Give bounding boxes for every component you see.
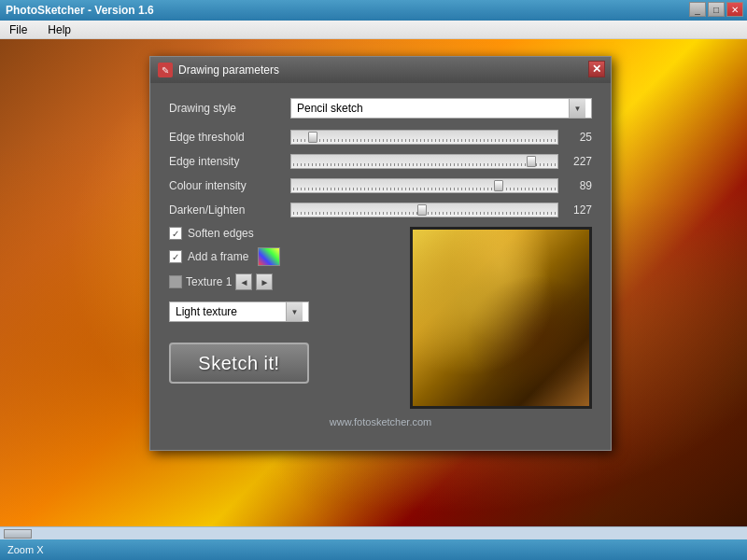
dialog-close-button[interactable]: ✕ [588, 61, 605, 77]
darken-lighten-value: 127 [558, 203, 592, 217]
frame-color-button[interactable] [258, 247, 280, 266]
texture-dropdown[interactable]: Light texture ▼ [169, 301, 309, 322]
colour-intensity-slider[interactable] [290, 178, 558, 193]
left-controls: ✓ Soften edges ✓ Add a frame Texture 1 ◄… [169, 227, 399, 409]
edge-threshold-slider[interactable] [290, 130, 558, 145]
bottom-area: ✓ Soften edges ✓ Add a frame Texture 1 ◄… [169, 227, 592, 409]
maximize-button[interactable]: □ [708, 2, 725, 17]
edge-threshold-label: Edge threshold [169, 131, 290, 144]
colour-intensity-thumb[interactable] [494, 180, 503, 191]
drawing-style-arrow[interactable]: ▼ [569, 99, 585, 118]
add-frame-checkbox[interactable]: ✓ [169, 250, 182, 263]
menu-file[interactable]: File [4, 21, 33, 38]
texture1-row: Texture 1 ◄ ► [169, 273, 399, 290]
minimize-button[interactable]: _ [689, 2, 706, 17]
menu-help[interactable]: Help [42, 21, 77, 38]
edge-intensity-label: Edge intensity [169, 155, 290, 168]
edge-intensity-thumb[interactable] [527, 156, 536, 167]
edge-intensity-slider[interactable] [290, 154, 558, 169]
horizontal-scrollbar[interactable] [0, 526, 747, 539]
colour-intensity-row: Colour intensity 89 [169, 178, 592, 193]
darken-lighten-label: Darken/Lighten [169, 203, 290, 217]
texture-dropdown-arrow[interactable]: ▼ [286, 302, 303, 321]
soften-edges-row: ✓ Soften edges [169, 227, 399, 240]
sketch-it-button[interactable]: Sketch it! [169, 343, 309, 384]
texture-dropdown-value: Light texture [176, 305, 286, 318]
preview-image [410, 227, 592, 409]
darken-lighten-row: Darken/Lighten 127 [169, 203, 592, 217]
dialog-footer: www.fotosketcher.com [169, 409, 592, 437]
drawing-style-value: Pencil sketch [297, 102, 569, 115]
dialog-icon: ✎ [158, 63, 173, 77]
darken-lighten-slider[interactable] [290, 203, 558, 217]
slider-dots [293, 163, 556, 166]
close-button[interactable]: ✕ [726, 2, 743, 17]
colour-intensity-value: 89 [558, 179, 592, 192]
title-controls: _ □ ✕ [689, 2, 743, 17]
zoom-label: Zoom X [7, 544, 44, 555]
add-frame-row: ✓ Add a frame [169, 247, 399, 266]
soften-edges-checkbox[interactable]: ✓ [169, 227, 182, 240]
edge-threshold-row: Edge threshold 25 [169, 130, 592, 145]
preview-container [410, 227, 592, 409]
texture-prev-button[interactable]: ◄ [235, 273, 252, 290]
title-bar: PhotoSketcher - Version 1.6 _ □ ✕ [0, 0, 747, 21]
footer-url: www.fotosketcher.com [330, 416, 431, 427]
texture-next-button[interactable]: ► [256, 273, 273, 290]
darken-lighten-thumb[interactable] [417, 204, 427, 216]
texture1-label: Texture 1 [186, 275, 232, 288]
edge-intensity-row: Edge intensity 227 [169, 154, 592, 169]
drawing-style-row: Drawing style Pencil sketch ▼ [169, 98, 592, 119]
dialog-title: Drawing parameters [178, 63, 279, 77]
colour-intensity-label: Colour intensity [169, 179, 290, 192]
scroll-thumb[interactable] [4, 529, 32, 539]
soften-edges-label: Soften edges [188, 227, 254, 240]
drawing-style-dropdown[interactable]: Pencil sketch ▼ [290, 98, 592, 119]
status-bar: Zoom X [0, 539, 747, 560]
texture1-checkbox[interactable] [169, 275, 182, 288]
slider-dots [293, 188, 556, 190]
edge-threshold-value: 25 [558, 131, 592, 144]
dialog-body: Drawing style Pencil sketch ▼ Edge thres… [150, 83, 611, 450]
add-frame-label: Add a frame [188, 250, 248, 263]
slider-dots [293, 139, 556, 142]
dialog-titlebar: ✎ Drawing parameters ✕ [150, 57, 611, 83]
edge-threshold-thumb[interactable] [308, 132, 317, 143]
app-title: PhotoSketcher - Version 1.6 [6, 4, 154, 17]
dialog-icon-symbol: ✎ [162, 65, 169, 76]
menu-bar: File Help [0, 21, 747, 39]
drawing-parameters-dialog: ✎ Drawing parameters ✕ Drawing style Pen… [149, 56, 612, 451]
drawing-style-label: Drawing style [169, 102, 290, 115]
edge-intensity-value: 227 [558, 155, 592, 168]
